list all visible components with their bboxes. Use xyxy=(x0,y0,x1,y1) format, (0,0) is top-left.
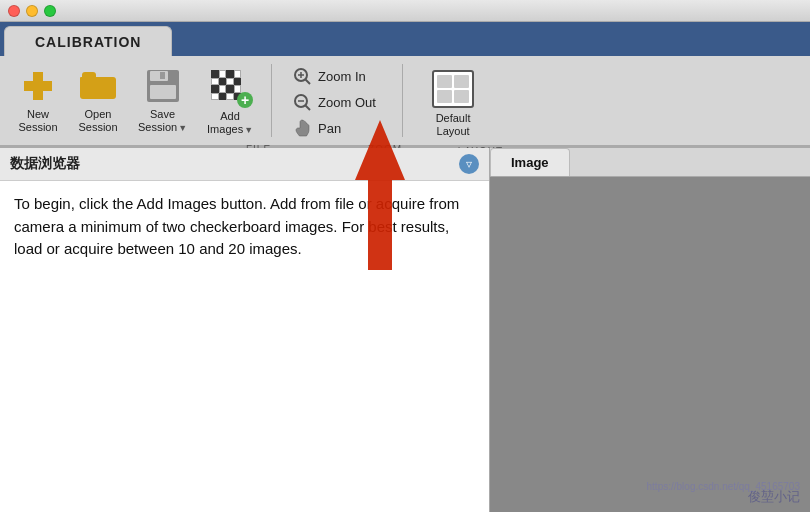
panel-filter-button[interactable]: ▿ xyxy=(459,154,479,174)
tab-bar: CALIBRATION xyxy=(0,22,810,56)
traffic-lights xyxy=(8,5,56,17)
save-session-label: SaveSession▼ xyxy=(138,108,187,134)
tab-calibration[interactable]: CALIBRATION xyxy=(4,26,172,56)
minimize-button[interactable] xyxy=(26,5,38,17)
zoom-out-label: Zoom Out xyxy=(318,95,376,110)
add-images-button[interactable]: + AddImages▼ xyxy=(199,64,261,140)
toolbar-file-group: NewSession OpenSession xyxy=(0,56,271,145)
svg-rect-4 xyxy=(150,85,176,99)
pan-icon xyxy=(292,118,312,138)
pan-button[interactable]: Pan xyxy=(288,116,386,140)
toolbar-zoom-group: Zoom In Zoom Out xyxy=(272,56,402,145)
toolbar-layout-group: DefaultLayout LAYOUT xyxy=(403,56,503,145)
title-bar xyxy=(0,0,810,22)
new-session-button[interactable]: NewSession xyxy=(10,64,66,138)
toolbar-wrapper: NewSession OpenSession xyxy=(0,56,810,148)
folder-icon xyxy=(80,72,116,100)
maximize-button[interactable] xyxy=(44,5,56,17)
right-panel: Image xyxy=(490,148,810,512)
svg-rect-5 xyxy=(160,72,165,79)
zoom-in-icon xyxy=(292,66,312,86)
svg-rect-1 xyxy=(24,81,52,91)
zoom-in-button[interactable]: Zoom In xyxy=(288,64,386,88)
left-panel: 数据浏览器 ▿ To begin, click the Add Images b… xyxy=(0,148,490,512)
add-images-label: AddImages▼ xyxy=(207,110,253,136)
toolbar: NewSession OpenSession xyxy=(0,56,810,146)
panel-body-text: To begin, click the Add Images button. A… xyxy=(14,195,459,257)
panel-header: 数据浏览器 ▿ xyxy=(0,148,489,181)
zoom-out-button[interactable]: Zoom Out xyxy=(288,90,386,114)
file-buttons: NewSession OpenSession xyxy=(0,56,271,144)
save-session-icon xyxy=(145,68,181,104)
toolbar-overflow xyxy=(503,56,810,145)
open-session-icon xyxy=(80,68,116,104)
add-plus-icon: + xyxy=(237,92,253,108)
default-layout-label: DefaultLayout xyxy=(436,112,471,138)
content-area: 数据浏览器 ▿ To begin, click the Add Images b… xyxy=(0,148,810,512)
panel-title: 数据浏览器 xyxy=(10,155,80,173)
zoom-in-label: Zoom In xyxy=(318,69,366,84)
open-session-label: OpenSession xyxy=(78,108,117,134)
new-session-icon xyxy=(20,68,56,104)
tab-calibration-label: CALIBRATION xyxy=(35,34,141,50)
default-layout-button[interactable]: DefaultLayout xyxy=(424,64,482,142)
layout-buttons: DefaultLayout xyxy=(403,56,503,146)
save-session-button[interactable]: SaveSession▼ xyxy=(130,64,195,138)
right-body xyxy=(490,177,810,512)
close-button[interactable] xyxy=(8,5,20,17)
panel-body: To begin, click the Add Images button. A… xyxy=(0,181,489,512)
watermark-brand-text: 俊堃小记 xyxy=(748,489,800,504)
svg-line-7 xyxy=(305,79,310,84)
zoom-buttons: Zoom In Zoom Out xyxy=(272,56,402,144)
tab-image[interactable]: Image xyxy=(490,148,570,176)
open-session-button[interactable]: OpenSession xyxy=(70,64,126,138)
default-layout-icon xyxy=(432,70,474,108)
right-tabs: Image xyxy=(490,148,810,177)
zoom-out-icon xyxy=(292,92,312,112)
tab-image-label: Image xyxy=(511,155,549,170)
svg-rect-3 xyxy=(150,71,168,81)
add-images-icon: + xyxy=(211,68,249,106)
pan-label: Pan xyxy=(318,121,341,136)
new-session-label: NewSession xyxy=(18,108,57,134)
watermark-brand: 俊堃小记 xyxy=(748,488,800,506)
svg-line-11 xyxy=(305,105,310,110)
